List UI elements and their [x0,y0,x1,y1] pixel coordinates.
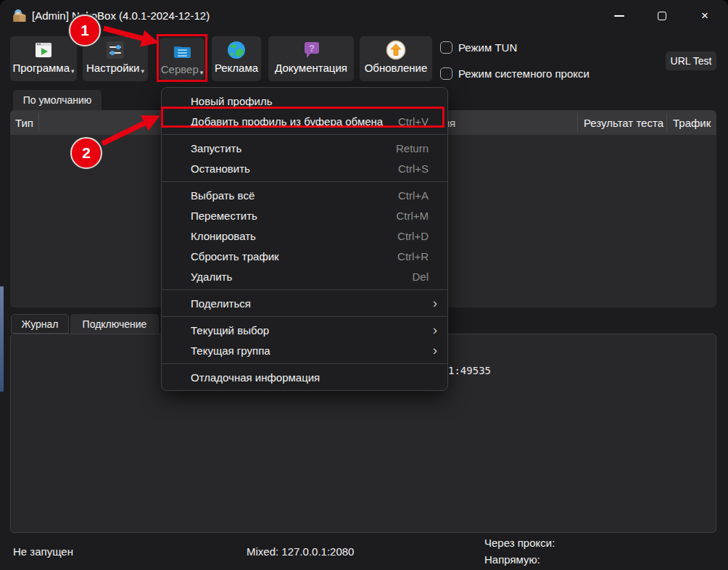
status-direct: Напрямую: [484,553,540,566]
toolbar-button-label: Настройки▾ [86,62,144,77]
status-via-proxy: Через прокси: [484,537,555,549]
menu-item-current-select[interactable]: Текущий выбор› [162,320,447,340]
menu-separator [162,181,447,182]
log-line-2-fragment: 1:49535 [448,365,491,376]
column-header-test-result[interactable]: Результат теста [578,110,666,135]
menu-item-select-all[interactable]: Выбрать всёCtrl+A [162,185,447,205]
toolbar-button-docs[interactable]: ? Документация [268,36,354,81]
maximize-icon [658,12,666,20]
toolbar-button-ads[interactable]: Реклама [212,36,261,81]
minimize-icon [614,15,624,17]
menu-separator [162,363,447,364]
highlight-box-server-button [157,34,207,82]
toolbar-button-label: Реклама [215,62,258,74]
maximize-button[interactable] [646,4,678,28]
program-icon [33,39,54,61]
settings-icon [104,39,126,61]
status-not-running: Не запущен [13,545,73,558]
submenu-arrow-icon: › [433,323,437,336]
tab-connection[interactable]: Подключение [70,314,159,334]
submenu-arrow-icon: › [433,344,437,357]
column-header-type[interactable]: Тип [10,110,38,135]
submenu-arrow-icon: › [433,297,437,310]
tun-mode-label: Режим TUN [458,41,517,54]
titlebar: [Admin] NekoBox (4.0.1-2024-12-12) × [0,0,728,32]
system-proxy-row: Режим системного прокси [440,67,590,80]
server-context-menu: Новый профиль Добавить профиль из буфера… [161,87,448,391]
menu-item-start[interactable]: ЗапуститьReturn [162,138,447,158]
menu-item-delete[interactable]: УдалитьDel [162,266,447,286]
docs-icon: ? [300,39,322,61]
update-icon [385,39,407,61]
annotation-step-2: 2 [70,137,102,169]
minimize-button[interactable] [603,4,635,28]
menu-item-share[interactable]: Поделиться› [162,293,447,313]
system-proxy-label: Режим системного прокси [458,67,590,80]
dropdown-arrow-icon: ▾ [141,67,145,75]
close-icon: × [701,9,708,23]
tun-mode-checkbox[interactable] [440,41,452,54]
menu-separator [162,289,447,290]
toolbar-button-program[interactable]: Программа▾ [10,36,77,81]
column-header-traffic[interactable]: Трафик [667,110,716,135]
window-title: [Admin] NekoBox (4.0.1-2024-12-12) [32,9,210,22]
nekobox-app-icon [12,8,28,24]
url-test-button[interactable]: URL Test [666,51,716,70]
system-proxy-checkbox[interactable] [440,67,452,80]
menu-item-stop[interactable]: ОстановитьCtrl+S [162,158,447,178]
menu-separator [162,316,447,317]
menu-item-move[interactable]: ПереместитьCtrl+M [162,205,447,226]
status-mixed-proxy: Mixed: 127.0.0.1:2080 [247,545,354,558]
globe-icon [226,39,247,61]
app-window: [Admin] NekoBox (4.0.1-2024-12-12) × Про… [0,0,728,570]
annotation-step-1: 1 [69,15,101,46]
toolbar-button-label: Программа▾ [12,62,74,77]
highlight-box-menu-item-clipboard [161,107,444,128]
menu-item-reset-traffic[interactable]: Сбросить трафикCtrl+R [162,246,447,266]
menu-item-debug-info[interactable]: Отладочная информация [162,367,447,387]
menu-separator [162,134,447,135]
dropdown-arrow-icon: ▾ [71,67,75,75]
toolbar-button-label: Обновление [365,62,428,74]
menu-item-clone[interactable]: КлонироватьCtrl+D [162,226,447,246]
menu-item-current-group[interactable]: Текущая группа› [162,340,447,360]
desktop-edge-sliver [0,286,4,392]
tab-journal[interactable]: Журнал [11,314,69,334]
toolbar-button-update[interactable]: Обновление [360,36,432,81]
svg-text:?: ? [309,43,315,54]
column-header-name[interactable]: Имя [429,110,577,135]
tun-mode-row: Режим TUN [440,41,517,54]
toolbar-button-label: Документация [275,62,347,74]
close-button[interactable]: × [689,4,721,28]
tab-default-profile[interactable]: По умолчанию [13,90,102,110]
